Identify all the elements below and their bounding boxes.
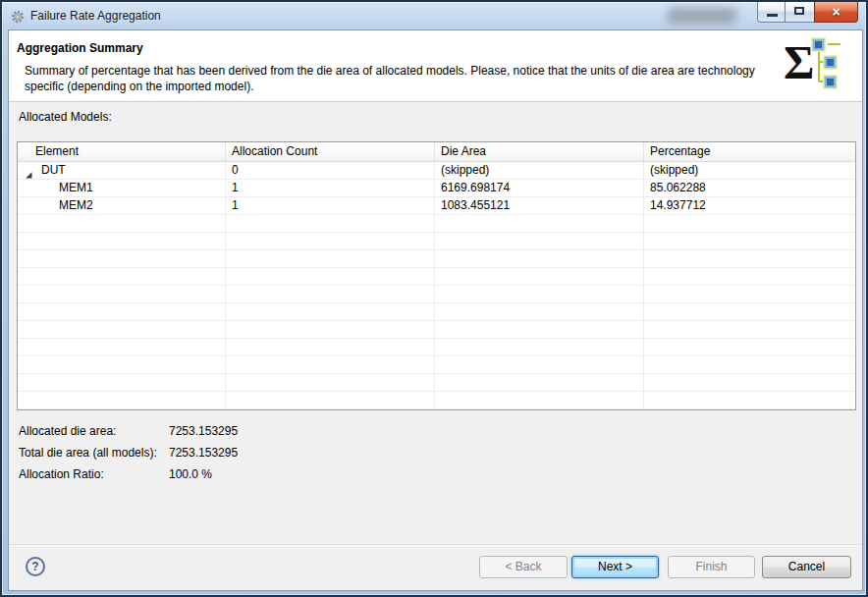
empty-cell <box>435 374 644 391</box>
empty-cell <box>18 392 226 408</box>
table-row-empty <box>18 215 855 233</box>
empty-cell <box>435 233 644 249</box>
empty-cell <box>435 268 644 285</box>
empty-cell <box>226 215 435 232</box>
table-header-row: Element Allocation Count Die Area Percen… <box>18 142 855 162</box>
empty-cell <box>644 215 855 232</box>
table-row-empty <box>18 233 855 250</box>
empty-cell <box>644 374 855 391</box>
element-name: MEM1 <box>18 181 93 194</box>
table-body: DUT0(skipped)(skipped)MEM116169.69817485… <box>18 162 855 409</box>
empty-cell <box>435 339 644 355</box>
column-header-die-area[interactable]: Die Area <box>435 142 644 161</box>
table-row-empty <box>18 286 855 303</box>
table-row-empty <box>18 321 855 339</box>
table-row-empty <box>18 250 855 268</box>
empty-cell <box>226 321 435 338</box>
gear-icon[interactable] <box>11 10 25 24</box>
cancel-button[interactable]: Cancel <box>762 556 851 578</box>
empty-cell <box>435 215 644 232</box>
column-header-percentage[interactable]: Percentage <box>644 142 855 161</box>
summary-row: Allocated die area: 7253.153295 <box>19 420 238 442</box>
svg-text:Σ: Σ <box>784 36 814 88</box>
finish-button[interactable]: Finish <box>668 556 755 578</box>
total-die-area-label: Total die area (all models): <box>19 442 169 463</box>
column-header-element[interactable]: Element <box>18 142 226 161</box>
empty-cell <box>435 321 644 338</box>
empty-cell <box>644 286 855 302</box>
allocated-models-table: Element Allocation Count Die Area Percen… <box>17 141 856 410</box>
table-row-empty <box>18 339 855 356</box>
empty-cell <box>18 374 226 391</box>
cell-allocation-count: 1 <box>226 197 435 214</box>
empty-cell <box>435 250 644 267</box>
allocation-ratio-label: Allocation Ratio: <box>19 463 169 485</box>
empty-cell <box>644 339 855 355</box>
table-row[interactable]: MEM211083.45512114.937712 <box>18 197 855 215</box>
empty-cell <box>226 286 435 302</box>
empty-cell <box>644 356 855 373</box>
element-name: MEM2 <box>18 198 93 212</box>
maximize-button[interactable] <box>786 2 814 23</box>
allocated-models-label: Allocated Models: <box>19 110 112 124</box>
cell-allocation-count: 0 <box>226 162 435 179</box>
empty-cell <box>435 286 644 302</box>
window-controls: × <box>757 2 858 23</box>
empty-cell <box>18 303 226 320</box>
redacted-text <box>668 8 736 24</box>
column-header-allocation-count[interactable]: Allocation Count <box>226 142 435 161</box>
empty-cell <box>435 303 644 320</box>
cell-percentage: 85.062288 <box>644 180 855 196</box>
table-row-empty <box>18 374 855 392</box>
cell-allocation-count: 1 <box>226 180 435 196</box>
question-mark-circle-icon: ? <box>31 560 38 573</box>
table-row-empty <box>18 303 855 321</box>
minimize-button[interactable] <box>757 2 786 23</box>
empty-cell <box>644 303 855 320</box>
allocation-ratio-value: 100.0 % <box>169 463 212 485</box>
minimize-icon <box>767 14 778 17</box>
empty-cell <box>18 268 226 285</box>
summary-block: Allocated die area: 7253.153295 Total di… <box>19 420 238 485</box>
cell-die-area: 1083.455121 <box>435 197 644 214</box>
expanded-triangle-icon[interactable] <box>26 167 32 174</box>
maximize-icon <box>794 7 804 15</box>
empty-cell <box>226 374 435 391</box>
empty-cell <box>435 356 644 373</box>
table-row[interactable]: DUT0(skipped)(skipped) <box>18 162 855 180</box>
summary-row: Allocation Ratio: 100.0 % <box>19 463 238 485</box>
empty-cell <box>226 303 435 320</box>
empty-cell <box>18 215 226 232</box>
sigma-tree-icon: Σ <box>784 35 848 95</box>
empty-cell <box>644 392 855 408</box>
empty-cell <box>18 250 226 267</box>
empty-cell <box>18 339 226 355</box>
empty-cell <box>18 356 226 373</box>
empty-cell <box>226 233 435 249</box>
empty-cell <box>226 250 435 267</box>
close-button[interactable]: × <box>814 2 858 23</box>
empty-cell <box>18 321 226 338</box>
footer-separator <box>9 544 862 546</box>
next-button[interactable]: Next > <box>571 556 659 578</box>
cell-die-area: 6169.698174 <box>435 180 644 196</box>
total-die-area-value: 7253.153295 <box>169 442 238 463</box>
table-row[interactable]: MEM116169.69817485.062288 <box>18 180 855 197</box>
help-button[interactable]: ? <box>26 557 45 576</box>
cell-percentage: 14.937712 <box>644 197 855 214</box>
empty-cell <box>644 321 855 338</box>
dialog-body: Aggregation Summary Summary of percentag… <box>8 29 863 591</box>
cell-die-area: (skipped) <box>435 162 644 179</box>
table-row-empty <box>18 392 855 409</box>
allocated-die-area-label: Allocated die area: <box>19 420 169 442</box>
empty-cell <box>435 392 644 408</box>
table-row-empty <box>18 356 855 374</box>
cell-element: MEM2 <box>18 197 226 214</box>
title-bar[interactable]: Failure Rate Aggregation × <box>4 4 864 29</box>
page-description: Summary of percentage that has been deri… <box>25 63 758 94</box>
wizard-header: Aggregation Summary Summary of percentag… <box>9 30 862 102</box>
wizard-window: Failure Rate Aggregation × Aggregation S… <box>0 0 868 597</box>
empty-cell <box>644 268 855 285</box>
back-button[interactable]: < Back <box>479 556 568 578</box>
empty-cell <box>18 233 226 249</box>
